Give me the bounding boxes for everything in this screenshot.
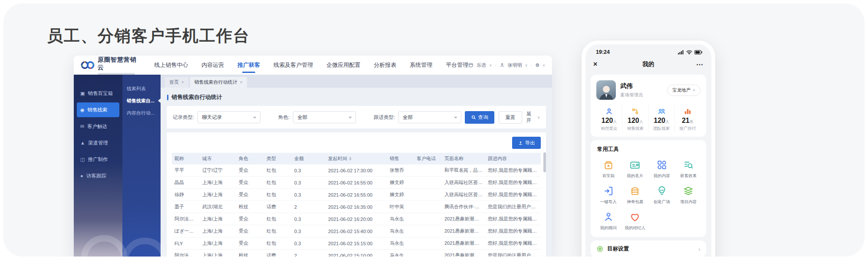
grid-icon (656, 159, 667, 171)
sidebar-item-customer-reach[interactable]: ✉客户触达 (77, 119, 119, 134)
table-row[interactable]: 阿尔法女孩 上海/上海 受众 红包 0.3 2021-06-02 16:20:0… (172, 213, 541, 225)
avatar[interactable] (596, 80, 616, 100)
col-sales[interactable]: 销售 (387, 155, 414, 162)
tool-project-content[interactable]: 项目内容 (675, 185, 702, 205)
gear-icon[interactable]: ⚙ (535, 63, 539, 68)
nav-item-system[interactable]: 系统管理 (410, 61, 432, 69)
sidebar-item-sales-leads[interactable]: ◉销售线索 (77, 102, 119, 117)
search-button[interactable]: 查询 (465, 111, 494, 124)
more-icon[interactable]: ⋯ (696, 60, 704, 69)
stat-label: 粉丝受众 (601, 126, 618, 132)
col-type[interactable]: 类型 (264, 155, 292, 162)
table-scrollbar[interactable] (543, 152, 546, 172)
nav-item-content-ops[interactable]: 内容运营 (201, 61, 224, 69)
tool-lead-results[interactable]: 获客效果 (675, 159, 702, 179)
table-row[interactable]: 阿尔法女孩 上海/上海 粉丝 话费 2 2021-06-02 15:10:00 … (172, 250, 541, 257)
cell-content: 您好,我是您的专属顾问马永生,欢... (485, 228, 541, 234)
stat-fans[interactable]: 120人 粉丝受众 (596, 105, 622, 132)
tool-my-content[interactable]: 我的内容 (648, 159, 675, 179)
col-city[interactable]: 城市 (200, 155, 236, 162)
sidebar-item-toolbox[interactable]: ▣销售百宝箱 (77, 86, 119, 101)
table-row[interactable]: 平平 辽宁/辽宁 受众 红包 0.3 2021-06-02 17:30:00 张… (172, 165, 541, 177)
bar-chart-icon (684, 107, 692, 115)
sidebar-item-visitor-track[interactable]: ●访客跟踪 (77, 168, 119, 183)
nav-item-platform[interactable]: 平台管理 (446, 61, 468, 69)
close-icon[interactable]: × (240, 80, 243, 85)
sidebar-item-channel[interactable]: ▲渠道管理 (77, 135, 119, 150)
cell-type: 红包 (264, 191, 292, 198)
close-icon[interactable]: × (181, 80, 184, 85)
stat-team-leads[interactable]: 120人 团队线索 (648, 105, 674, 132)
user-menu[interactable]: 张明明 (508, 62, 522, 69)
col-role[interactable]: 角色 (236, 155, 264, 162)
tool-my-agent[interactable]: 我的经纪人 (622, 211, 649, 231)
stat-promo-rank[interactable]: 21名 推广排行 (674, 105, 700, 132)
expand-toggle[interactable]: 展开 ∨ (526, 111, 540, 124)
tool-one-click-import[interactable]: 一键导入 (595, 185, 622, 205)
nav-item-online-sales[interactable]: 线上销售中心 (154, 61, 188, 69)
follow-type-select[interactable]: 全部 (398, 111, 461, 123)
col-page[interactable]: 页面名称 (442, 155, 485, 162)
reset-button[interactable]: 重置 (499, 111, 522, 124)
sort-icon[interactable] (349, 157, 352, 161)
sidebar-item-promo-maker[interactable]: ◫推广制作 (77, 152, 119, 167)
cell-amount: 0.3 (292, 217, 326, 222)
advisor-icon (603, 211, 614, 223)
record-type-label: 记录类型: (173, 114, 194, 121)
col-content[interactable]: 跟进内容 (485, 155, 541, 162)
profile-card: 武伟 案场管理员 宝龙地产 ∨ 120人 粉丝受众 (591, 75, 706, 137)
col-phone[interactable]: 客户电话 (414, 155, 442, 162)
stat-value: 120 (628, 117, 639, 124)
tab-home[interactable]: 首页 × (165, 77, 188, 88)
dot-icon: ● (80, 173, 83, 178)
close-icon[interactable]: × (593, 60, 597, 68)
stat-unit: 名 (690, 119, 694, 124)
chevron-right-icon: › (698, 245, 700, 253)
sidebar-item-label: 渠道管理 (88, 140, 108, 146)
role-select[interactable]: 全部 (293, 111, 356, 123)
col-nickname[interactable]: 昵称 (172, 155, 200, 162)
nav-item-reports[interactable]: 分析报表 (374, 61, 396, 69)
stat-value: 120 (654, 117, 665, 124)
export-button[interactable]: 导出 (512, 137, 541, 149)
record-type-select[interactable]: 聊天记录 (197, 111, 260, 123)
workspace-switcher[interactable]: 乐语 (477, 62, 486, 69)
cell-time: 2021-06-02 16:20:00 (326, 217, 387, 222)
tool-label: 我的名片 (627, 173, 643, 179)
table-row[interactable]: 晶晶 上海/上海 受众 红包 0.3 2021-06-02 16:55:00 滕… (172, 177, 541, 189)
goal-settings-row[interactable]: 目标设置 › (591, 240, 706, 257)
cell-sales: 叶中英 (387, 204, 414, 210)
submenu-item-lead-activity[interactable]: 销售线索自... (122, 95, 161, 107)
table-row[interactable]: 徐静 上海/上海 受众 红包 0.3 2021-06-02 16:55:00 滕… (172, 189, 541, 201)
table-row[interactable]: 墨子 武汉/湖北 粉丝 话费 2 2021-06-02 16:35:00 叶中英… (172, 201, 541, 213)
tool-label: 我的内容 (654, 173, 670, 179)
tool-treasure-box[interactable]: 百宝箱 (595, 159, 622, 179)
tool-my-card[interactable]: 我的名片 (622, 159, 649, 179)
separator: · (495, 63, 496, 68)
cell-role: 受众 (236, 167, 264, 174)
org-selector[interactable]: 宝龙地产 ∨ (667, 85, 700, 96)
tab-label: 首页 (169, 79, 179, 86)
nav-item-leads-customers[interactable]: 线索及客户管理 (273, 61, 313, 69)
stat-label: 销售线索 (627, 126, 644, 132)
layers-icon (683, 185, 694, 197)
submenu-item-content-activity[interactable]: 内容自行动... (122, 107, 161, 119)
stat-sales-leads[interactable]: 120人 销售线索 (622, 105, 648, 132)
leads-icon: ◉ (80, 107, 85, 113)
table-row[interactable]: ぼぎ一船娘 上海/上海 受众 红包 0.3 2021-06-02 15:40:0… (172, 225, 541, 237)
nav-item-wecom-config[interactable]: 企微应用配置 (326, 61, 360, 69)
cell-page: 2021愚趣新潮直播红人... (442, 228, 485, 234)
tool-my-advisor[interactable]: 我的顾问 (595, 211, 622, 231)
col-amount[interactable]: 金额 (292, 155, 326, 162)
tab-lead-activity-stats[interactable]: 销售线索自行动统计 × (190, 77, 247, 88)
submenu-item-lead-list[interactable]: 线索列表 (122, 82, 161, 95)
tool-creative-plaza[interactable]: 创意广场 (648, 185, 675, 205)
cell-sales: 马永生 (387, 228, 414, 234)
col-time[interactable]: 发起时间 (326, 155, 387, 162)
col-time-label: 发起时间 (328, 155, 347, 162)
cell-amount: 0.3 (292, 229, 326, 234)
table-row[interactable]: FLY 上海/上海 受众 红包 0.3 2021-06-02 15:15:00 … (172, 237, 541, 250)
tool-magic-package[interactable]: 神奇包裹 (622, 185, 649, 205)
expand-label: 展开 (526, 111, 536, 124)
nav-item-promotion[interactable]: 推广获客 (237, 61, 260, 69)
